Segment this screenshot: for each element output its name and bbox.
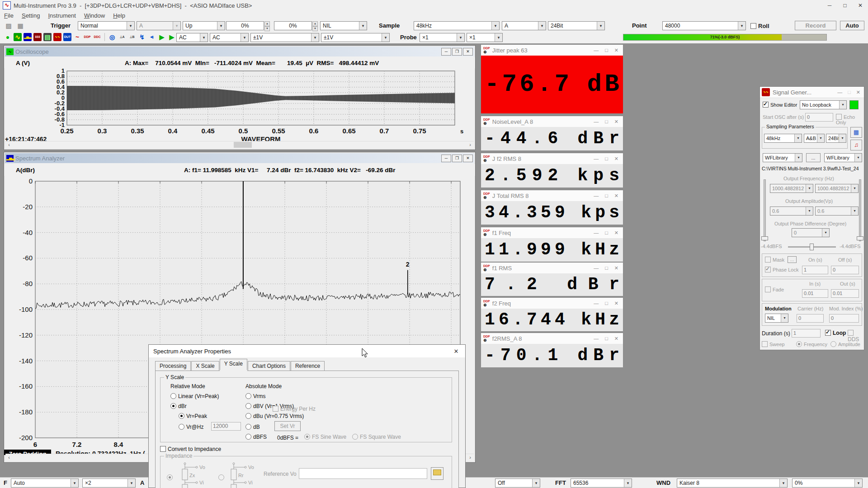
close-icon[interactable]: ✕ — [853, 0, 868, 10]
roll-checkbox[interactable]: Roll — [750, 23, 769, 29]
open-file-icon[interactable]: ▨ — [5, 22, 13, 30]
mask-on-input[interactable]: 1 — [802, 266, 828, 274]
sample-channel-combo[interactable]: A — [502, 21, 546, 30]
ddp-viewer-icon[interactable]: DDP — [83, 33, 91, 41]
trigger-filter-combo[interactable]: NIL — [320, 21, 367, 30]
scroll-left-icon[interactable]: ‹ — [5, 454, 13, 461]
sweep-frequency-radio[interactable]: Frequency — [796, 341, 827, 347]
echo-only-checkbox[interactable]: Echo Only — [836, 114, 864, 125]
show-editor-checkbox[interactable]: Show Editor — [763, 102, 797, 108]
signal-generator-icon[interactable]: ∿∿ — [53, 33, 61, 41]
ddp-title-bar[interactable]: DDP⊕ J Total RMS 8 — □ ✕ — [481, 190, 623, 201]
output-frequency-b-combo[interactable]: 1000.4882812 — [815, 184, 859, 193]
multimeter-icon[interactable]: 888 — [33, 33, 42, 41]
mask-checkbox[interactable]: Mask — [765, 257, 784, 263]
ddp-title-bar[interactable]: DDP⊕ f1 Freq — □ ✕ — [481, 227, 623, 238]
menu-setting[interactable]: Setting — [18, 12, 44, 19]
menu-window[interactable]: Window — [80, 12, 109, 19]
carrier-input[interactable]: 0 — [797, 314, 824, 323]
ddp-maximize-icon[interactable]: □ — [605, 230, 608, 236]
sample-bits-combo[interactable]: 24Bit — [548, 21, 605, 30]
ddp-minimize-icon[interactable]: — — [594, 119, 599, 125]
spectrum-3d-plot-icon[interactable]: ▤ — [43, 33, 52, 41]
ddp-close-icon[interactable]: ✕ — [614, 119, 618, 125]
vr-at-hz-radio[interactable]: Vr@Hz — [179, 424, 203, 430]
ddp-title-bar[interactable]: DDP⊕ f2 Freq — □ ✕ — [481, 298, 623, 309]
ddp-maximize-icon[interactable]: □ — [605, 265, 608, 271]
window-function-combo[interactable]: Kaiser 8 — [677, 479, 788, 488]
siggen-bits-combo[interactable]: 24Bit — [826, 134, 846, 143]
tab-reference[interactable]: Reference — [291, 361, 325, 371]
impedance-mode-2-radio[interactable] — [218, 474, 226, 481]
ddp-minimize-icon[interactable]: — — [594, 265, 599, 271]
fade-out-input[interactable]: 0.01 — [831, 289, 859, 298]
ddp-title-bar[interactable]: DDP⊕ Jitter peak 63 — □ ✕ — [481, 45, 623, 56]
sample-rate-combo[interactable]: 48kHz — [414, 21, 500, 30]
duration-input[interactable]: 1 — [792, 329, 821, 338]
sweep-checkbox[interactable]: Sweep — [762, 341, 785, 347]
energy-per-hz-checkbox[interactable]: Energy Per Hz — [273, 406, 316, 412]
ddp-title-bar[interactable]: DDP⊕ f2RMS_A 8 — □ ✕ — [481, 333, 623, 344]
mask-browse-button[interactable]: ... — [788, 256, 797, 263]
trigger-mode-combo[interactable]: Normal — [78, 21, 135, 30]
fft-size-combo[interactable]: 65536 — [571, 479, 632, 488]
save-waveform-icon[interactable]: ▦ — [850, 127, 862, 138]
scroll-right-icon[interactable]: › — [467, 141, 474, 148]
amplitude-slider-a-handle[interactable] — [761, 236, 768, 240]
ddp-minimize-icon[interactable]: — — [594, 336, 599, 342]
amplitude-slider-b-handle[interactable] — [857, 236, 863, 240]
minimize-icon[interactable]: ─ — [822, 0, 837, 10]
device-test-plan-icon[interactable]: DUT — [63, 33, 71, 41]
maximize-icon[interactable]: □ — [837, 0, 853, 10]
oscilloscope-title-bar[interactable]: ∿ Oscilloscope ─ ❐ ✕ — [5, 47, 474, 56]
tab-processing[interactable]: Processing — [155, 361, 191, 371]
ddc-viewer-icon[interactable]: DDC — [93, 33, 101, 41]
spectrum-minimize-icon[interactable]: ─ — [441, 155, 451, 162]
run-repeat-icon[interactable]: ▶ — [168, 33, 176, 41]
ddp-minimize-icon[interactable]: — — [594, 300, 599, 306]
tab-y-scale[interactable]: Y Scale — [220, 359, 247, 370]
vr-hz-input[interactable]: 12000 — [211, 422, 241, 431]
marker-a-icon[interactable]: ⊥A — [118, 33, 126, 41]
amplitude-slider-a[interactable] — [764, 179, 766, 241]
convert-impedance-checkbox[interactable]: Convert to Impedance — [160, 446, 221, 452]
coupling-a-combo[interactable]: AC — [176, 33, 208, 42]
menu-instrument[interactable]: Instrument — [44, 12, 80, 19]
start-osc-input[interactable]: 0 — [805, 113, 833, 122]
spectrum-analyzer-icon[interactable]: ▂▅▃ — [24, 33, 32, 41]
probe-b-combo[interactable]: ×1 — [467, 33, 503, 42]
ddp-maximize-icon[interactable]: □ — [605, 156, 608, 162]
mask-off-input[interactable]: 0 — [831, 266, 859, 274]
run-stop-indicator[interactable]: ● — [4, 33, 12, 41]
ddp-close-icon[interactable]: ✕ — [614, 47, 618, 53]
loopback-combo[interactable]: No Loopback — [800, 100, 847, 109]
save-file-icon[interactable]: ▦ — [16, 22, 24, 30]
trigger-edge-combo[interactable]: Up — [183, 21, 225, 30]
ddp-minimize-icon[interactable]: — — [594, 156, 599, 162]
fade-in-input[interactable]: 0.01 — [802, 289, 828, 298]
probe-a-combo[interactable]: ×1 — [420, 33, 465, 42]
ddp-title-bar[interactable]: DDP⊕ NoiseLevel_A 8 — □ ✕ — [481, 116, 623, 127]
ddp-title-bar[interactable]: DDP⊕ J f2 RMS 8 — □ ✕ — [481, 153, 623, 164]
menu-help[interactable]: Help — [109, 12, 129, 19]
ddp-minimize-icon[interactable]: — — [594, 230, 599, 236]
ddp-title-bar[interactable]: DDP⊕ f1 RMS — □ ✕ — [481, 263, 623, 273]
siggen-close-icon[interactable]: ✕ — [856, 89, 860, 95]
sweep-amplitude-radio[interactable]: Amplitude — [830, 341, 860, 347]
output-amplitude-b-combo[interactable]: 0.6 — [815, 206, 859, 216]
siggen-minimize-icon[interactable]: — — [837, 89, 842, 95]
run-icon[interactable]: ▶ — [158, 33, 166, 41]
input-gauge-icon[interactable]: ◎ — [108, 33, 116, 41]
dialog-title-bar[interactable]: Spectrum Analyzer Properties ✕ — [149, 345, 465, 357]
phase-slider-handle[interactable] — [810, 244, 814, 250]
dialog-close-icon[interactable]: ✕ — [447, 348, 465, 355]
overlap-combo[interactable]: 0% — [792, 479, 863, 488]
scroll-left-icon[interactable]: ‹ — [5, 141, 13, 148]
impedance-mode-1-radio[interactable] — [167, 474, 175, 481]
waveform-library-icon[interactable]: ♫ — [850, 140, 862, 150]
range-b-combo[interactable]: ±1V — [321, 33, 390, 42]
amplitude-slider-b[interactable] — [859, 179, 861, 241]
output-enable-button[interactable] — [849, 100, 859, 109]
ddp-maximize-icon[interactable]: □ — [605, 119, 608, 125]
db-radio[interactable]: dB — [245, 424, 260, 430]
